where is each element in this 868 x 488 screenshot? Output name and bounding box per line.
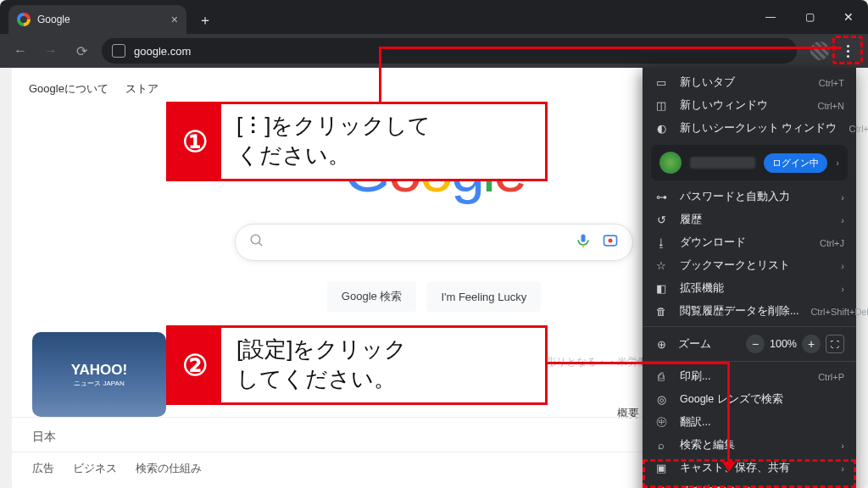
- maximize-button[interactable]: ▢: [790, 0, 829, 34]
- profile-avatar-icon[interactable]: [810, 42, 829, 60]
- footer-ads-link[interactable]: 広告: [32, 461, 54, 476]
- annotation-arrow-icon: [722, 462, 736, 472]
- extensions-icon: ◧: [654, 282, 668, 295]
- find-icon: ⌕: [654, 440, 668, 452]
- forward-button[interactable]: →: [37, 37, 64, 64]
- back-button[interactable]: ←: [7, 37, 34, 64]
- annotation-line: [379, 47, 842, 49]
- callout-text: [設定]をクリック してください。: [221, 328, 422, 402]
- menu-print[interactable]: ⎙ 印刷... Ctrl+P: [643, 365, 856, 388]
- menu-translate[interactable]: ㊥ 翻訳...: [643, 411, 856, 434]
- search-icon: [249, 233, 264, 252]
- svg-rect-2: [581, 235, 586, 242]
- download-icon: ⭳: [654, 237, 668, 249]
- menu-cast[interactable]: ▣ キャスト、保存、共有 ›: [643, 457, 856, 480]
- chevron-right-icon: ›: [841, 284, 844, 294]
- trash-icon: 🗑: [654, 306, 668, 318]
- menu-new-tab[interactable]: ▭ 新しいタブ Ctrl+T: [643, 71, 856, 94]
- cast-icon: ▣: [654, 462, 668, 474]
- callout-1: ① [︙]をクリックして ください。: [166, 102, 548, 181]
- menu-clear-data[interactable]: 🗑 閲覧履歴データを削除... Ctrl+Shift+Delete: [643, 300, 856, 323]
- zoom-value: 100%: [770, 338, 797, 350]
- fullscreen-button[interactable]: ⛶: [826, 335, 844, 353]
- close-window-button[interactable]: ✕: [829, 0, 868, 34]
- menu-new-window[interactable]: ◫ 新しいウィンドウ Ctrl+N: [643, 94, 856, 117]
- browser-tab[interactable]: Google ×: [8, 5, 186, 34]
- translate-icon: ㊥: [654, 415, 668, 430]
- callout-2: ② [設定]をクリック してください。: [166, 325, 548, 405]
- key-icon: ⊶: [654, 191, 668, 203]
- tools-icon: 🛠: [654, 485, 668, 489]
- mic-icon[interactable]: [575, 232, 592, 252]
- kebab-menu-button[interactable]: [834, 37, 861, 64]
- address-bar[interactable]: google.com: [102, 38, 797, 64]
- print-icon: ⎙: [654, 371, 668, 383]
- menu-zoom: ⊕ ズーム − 100% + ⛶: [643, 330, 856, 358]
- chevron-right-icon: ›: [841, 215, 844, 225]
- menu-profile-row[interactable]: ログイン中 ›: [651, 145, 848, 180]
- lens-icon: ◎: [654, 393, 668, 406]
- chevron-right-icon: ›: [841, 261, 844, 271]
- site-info-icon[interactable]: [112, 44, 125, 58]
- menu-bookmarks[interactable]: ☆ ブックマークとリスト ›: [643, 254, 856, 277]
- footer-how-link[interactable]: 検索の仕組み: [136, 461, 202, 476]
- callout-number: ①: [169, 104, 221, 179]
- minimize-button[interactable]: —: [751, 0, 790, 34]
- zoom-out-button[interactable]: −: [746, 335, 765, 353]
- google-search-box[interactable]: [235, 224, 633, 261]
- annotation-line: [379, 47, 381, 104]
- menu-find[interactable]: ⌕ 検索と編集 ›: [643, 434, 856, 457]
- callout-number: ②: [169, 328, 221, 402]
- new-tab-button[interactable]: ＋: [193, 8, 217, 32]
- reload-button[interactable]: ⟳: [68, 37, 95, 64]
- profile-avatar-icon: [659, 152, 682, 174]
- svg-line-1: [259, 242, 262, 246]
- callout-text: [︙]をクリックして ください。: [221, 104, 446, 179]
- menu-incognito[interactable]: ◐ 新しいシークレット ウィンドウ Ctrl+Shift+N: [643, 117, 856, 140]
- star-icon: ☆: [654, 259, 668, 272]
- chrome-main-menu: ▭ 新しいタブ Ctrl+T ◫ 新しいウィンドウ Ctrl+N ◐ 新しいシー…: [643, 68, 856, 488]
- new-window-icon: ◫: [654, 99, 668, 112]
- zoom-icon: ⊕: [654, 338, 668, 351]
- chevron-right-icon: ›: [841, 463, 844, 474]
- news-thumbnail: YAHOO! ニュース JAPAN: [32, 332, 166, 417]
- login-status-badge: ログイン中: [764, 153, 827, 173]
- annotation-line: [546, 362, 729, 364]
- tab-title: Google: [37, 14, 70, 25]
- svg-point-5: [609, 239, 613, 243]
- menu-extensions[interactable]: ◧ 拡張機能 ›: [643, 277, 856, 300]
- new-tab-icon: ▭: [654, 76, 668, 89]
- window-controls: — ▢ ✕: [751, 0, 868, 34]
- chevron-right-icon: ›: [841, 192, 844, 202]
- footer-business-link[interactable]: ビジネス: [73, 461, 117, 476]
- incognito-icon: ◐: [654, 122, 668, 135]
- google-favicon-icon: [17, 13, 31, 26]
- menu-history[interactable]: ↺ 履歴 ›: [643, 208, 856, 231]
- svg-point-0: [251, 235, 260, 244]
- menu-more-tools[interactable]: 🛠 その他のツール ›: [643, 480, 856, 488]
- chevron-right-icon: ›: [836, 158, 839, 168]
- chevron-right-icon: ›: [841, 441, 844, 451]
- about-link[interactable]: Googleについて: [29, 81, 108, 97]
- menu-downloads[interactable]: ⭳ ダウンロード Ctrl+J: [643, 231, 856, 254]
- zoom-in-button[interactable]: +: [802, 335, 821, 353]
- menu-passwords[interactable]: ⊶ パスワードと自動入力 ›: [643, 186, 856, 208]
- url-text: google.com: [134, 45, 191, 58]
- annotation-line: [727, 362, 730, 467]
- history-icon: ↺: [654, 214, 668, 226]
- window-titlebar: Google × ＋ — ▢ ✕: [0, 0, 868, 34]
- store-link[interactable]: ストア: [125, 81, 159, 97]
- close-tab-icon[interactable]: ×: [171, 13, 178, 26]
- lens-icon[interactable]: [602, 232, 619, 252]
- menu-lens[interactable]: ◎ Google レンズで検索: [643, 388, 856, 411]
- browser-toolbar: ← → ⟳ google.com: [0, 34, 868, 68]
- profile-name-blurred: [690, 157, 755, 169]
